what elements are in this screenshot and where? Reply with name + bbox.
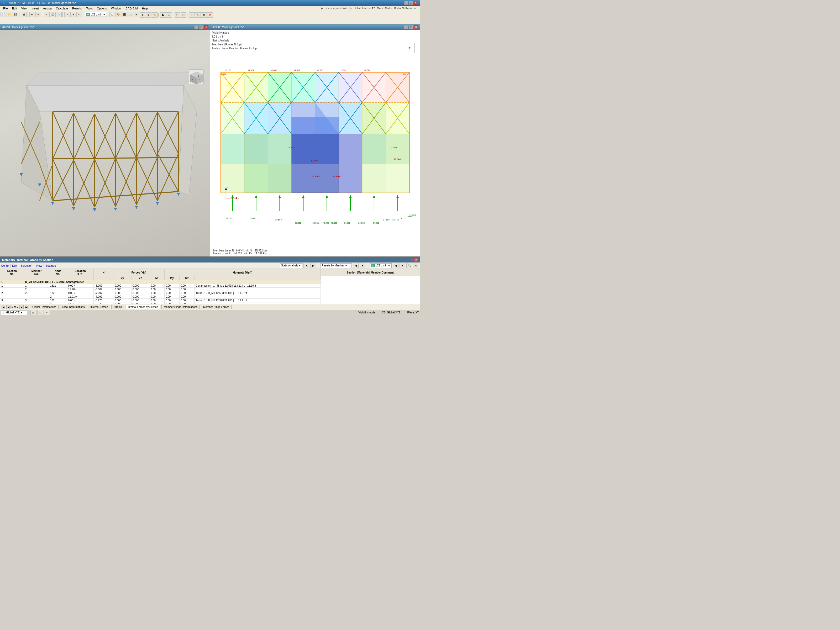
bottom-panel-pin[interactable]: 📌 — [409, 258, 413, 262]
menu-help[interactable]: Help — [140, 6, 150, 11]
tb-rotate[interactable]: 🔄 — [50, 12, 56, 17]
th-node: NodeNo. — [49, 269, 67, 276]
tb-measure[interactable]: 📏 — [152, 12, 158, 17]
tb-more-1[interactable]: ⚡ — [189, 12, 195, 17]
svg-marker-45 — [135, 206, 138, 209]
section-num: 1 — [0, 280, 24, 284]
selection-label[interactable]: Selection — [21, 264, 32, 267]
results-prev[interactable]: ◀ — [353, 263, 358, 268]
menu-file[interactable]: File — [1, 6, 10, 11]
tb-grid[interactable]: ⊞ — [146, 12, 152, 17]
tb-save[interactable]: 💾 — [13, 12, 18, 17]
tb-snap[interactable]: ✛ — [140, 12, 145, 17]
tb-loads[interactable]: ⬇ — [166, 12, 172, 17]
tb-zoom[interactable]: 🔍 — [56, 12, 62, 17]
tb-undo[interactable]: ↩ — [29, 12, 35, 17]
bottom-panel-close[interactable]: ✕ — [414, 258, 418, 262]
th-section-mat: Section (Material) | Member Comment — [321, 269, 420, 276]
tb-surface[interactable]: ▭ — [76, 12, 82, 17]
tb-render[interactable]: 🎨 — [115, 12, 121, 17]
tb-redo[interactable]: ↪ — [35, 12, 41, 17]
tb-view-all[interactable]: ⬛ — [122, 12, 127, 17]
settings-label[interactable]: Settings — [46, 264, 56, 267]
toolbar-sep-1 — [10, 264, 11, 267]
tab-global-deformations[interactable]: Global Deformations — [30, 305, 58, 309]
vp-right-minimize[interactable]: _ — [404, 25, 408, 29]
tb-new[interactable]: 📄 — [0, 12, 6, 17]
tb-more-4[interactable]: 📌 — [207, 12, 213, 17]
edit-label[interactable]: Edit — [12, 264, 17, 267]
tab-internal-forces[interactable]: Internal Forces — [88, 305, 110, 309]
analysis-prev[interactable]: ◀ — [303, 263, 309, 268]
menu-calculate[interactable]: Calculate — [54, 6, 70, 11]
tb-print[interactable]: 🖨 — [21, 12, 27, 17]
tb-member[interactable]: ━ — [70, 12, 76, 17]
title-bar-content: 🔷 Dlubal RFEM 6.07.0011 | 2022.03 Modell… — [2, 1, 76, 5]
nav-next[interactable]: ▶ — [19, 305, 24, 309]
status-icon-2[interactable]: 📐 — [37, 310, 43, 315]
tb-sep-5 — [83, 12, 84, 17]
svg-marker-127 — [268, 164, 291, 193]
vp-right-close[interactable]: ✕ — [414, 25, 418, 29]
view-label[interactable]: View — [36, 264, 42, 267]
tab-strains[interactable]: Strains — [111, 305, 124, 309]
analysis-next[interactable]: ▶ — [310, 263, 316, 268]
lc-next[interactable]: ▶ — [399, 263, 405, 268]
results-next[interactable]: ▶ — [360, 263, 365, 268]
analysis-dropdown[interactable]: Static Analysis ▼ — [280, 263, 302, 268]
tb-front[interactable]: ⬜ — [128, 12, 133, 17]
vp-left-minimize[interactable]: _ — [194, 25, 199, 29]
vp-right-maximize[interactable]: □ — [409, 25, 413, 29]
minimize-button[interactable]: − — [404, 1, 409, 5]
close-button[interactable]: ✕ — [414, 1, 418, 5]
nav-prev[interactable]: ◀ — [6, 305, 11, 309]
tb-results[interactable]: 📊 — [109, 12, 115, 17]
tb-open[interactable]: 📂 — [6, 12, 12, 17]
lc-dropdown[interactable]: G LC1 g min ▼ — [85, 12, 107, 17]
td-vz: 0.000 — [131, 288, 149, 291]
nav-first[interactable]: |◀ — [1, 305, 5, 309]
nav-last[interactable]: ▶| — [25, 305, 29, 309]
menu-cad-bim[interactable]: CAD-BIM — [123, 6, 140, 11]
tb-filter[interactable]: 🔍 — [406, 263, 412, 268]
vp-left-close[interactable]: ✕ — [204, 25, 208, 29]
menu-edit[interactable]: Edit — [10, 6, 19, 11]
table-header-row: SectionNo. MemberNo. NodeNo. Locationx [… — [0, 269, 420, 276]
menu-insert[interactable]: Insert — [29, 6, 41, 11]
vp-left-maximize[interactable]: □ — [199, 25, 204, 29]
menu-options[interactable]: Options — [95, 6, 109, 11]
th-vy: Vy — [114, 276, 131, 280]
analysis-arrow: ▼ — [298, 264, 301, 267]
tb-select[interactable]: ↖ — [44, 12, 50, 17]
svg-text:0.001: 0.001 — [403, 73, 407, 75]
maximize-button[interactable]: □ — [409, 1, 413, 5]
lc-bottom-dropdown[interactable]: G LC1 g min ▼ — [369, 263, 392, 268]
status-icon-1[interactable]: ⊞ — [30, 310, 36, 315]
tb-top[interactable]: ⊞ — [134, 12, 139, 17]
lc-prev[interactable]: ◀ — [393, 263, 398, 268]
tb-model[interactable]: 🏗 — [160, 12, 166, 17]
status-icon-3[interactable]: ✂ — [44, 310, 50, 315]
menu-assign[interactable]: Assign — [41, 6, 54, 11]
td-vz: 0.000 — [131, 291, 149, 295]
tab-local-deformations[interactable]: Local Deformations — [60, 305, 87, 309]
plane-label: Plane: XY — [407, 311, 419, 314]
tab-internal-forces-by-section[interactable]: Internal Forces by Section — [125, 305, 160, 309]
menu-view[interactable]: View — [19, 6, 30, 11]
tb-node[interactable]: • — [64, 12, 70, 17]
tb-settings-bottom[interactable]: ⚙ — [413, 263, 419, 268]
tb-cut-plane[interactable]: ✂ — [175, 12, 180, 17]
goto-label[interactable]: Go To — [1, 264, 9, 267]
lc-bottom-value: g min — [381, 264, 387, 267]
menu-window[interactable]: Window — [109, 6, 123, 11]
tab-hinge-deformations[interactable]: Member Hinge Deformations — [161, 305, 200, 309]
menu-results[interactable]: Results — [70, 6, 84, 11]
tb-more-3[interactable]: ⚙ — [201, 12, 207, 17]
tb-more-2[interactable]: 🔧 — [195, 12, 201, 17]
tb-clipping[interactable]: ⬡ — [181, 12, 186, 17]
results-by-dropdown[interactable]: Results by Member ▼ — [320, 263, 352, 268]
svg-marker-41 — [51, 202, 54, 205]
tab-hinge-forces[interactable]: Member Hinge Forces — [201, 305, 232, 309]
menu-tools[interactable]: Tools — [84, 6, 95, 11]
coord-system-dropdown[interactable]: 1 - Global XYZ ▼ — [1, 310, 27, 315]
